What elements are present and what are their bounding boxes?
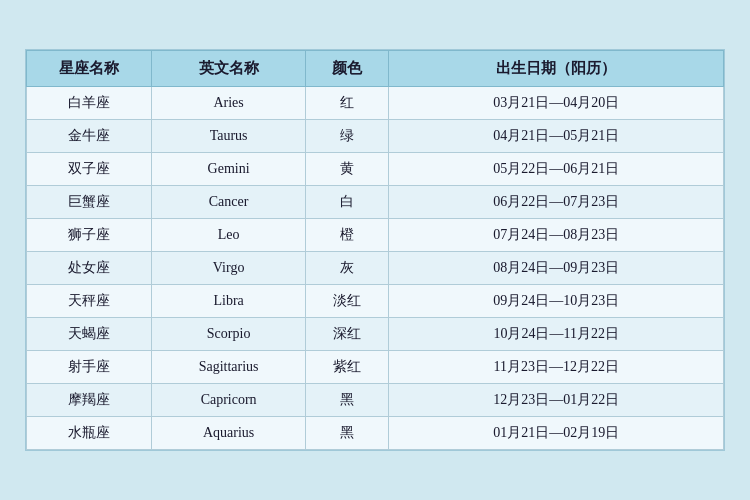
cell-color: 黄 bbox=[305, 153, 389, 186]
header-chinese-name: 星座名称 bbox=[27, 51, 152, 87]
table-row: 金牛座Taurus绿04月21日—05月21日 bbox=[27, 120, 724, 153]
cell-color: 灰 bbox=[305, 252, 389, 285]
cell-color: 白 bbox=[305, 186, 389, 219]
table-row: 天蝎座Scorpio深红10月24日—11月22日 bbox=[27, 318, 724, 351]
cell-date: 05月22日—06月21日 bbox=[389, 153, 724, 186]
cell-english-name: Virgo bbox=[152, 252, 305, 285]
zodiac-table: 星座名称 英文名称 颜色 出生日期（阳历） 白羊座Aries红03月21日—04… bbox=[26, 50, 724, 450]
cell-date: 01月21日—02月19日 bbox=[389, 417, 724, 450]
table-row: 巨蟹座Cancer白06月22日—07月23日 bbox=[27, 186, 724, 219]
cell-chinese-name: 白羊座 bbox=[27, 87, 152, 120]
table-row: 白羊座Aries红03月21日—04月20日 bbox=[27, 87, 724, 120]
cell-chinese-name: 处女座 bbox=[27, 252, 152, 285]
cell-date: 10月24日—11月22日 bbox=[389, 318, 724, 351]
cell-color: 红 bbox=[305, 87, 389, 120]
cell-date: 03月21日—04月20日 bbox=[389, 87, 724, 120]
cell-chinese-name: 摩羯座 bbox=[27, 384, 152, 417]
cell-chinese-name: 射手座 bbox=[27, 351, 152, 384]
cell-color: 橙 bbox=[305, 219, 389, 252]
cell-english-name: Aries bbox=[152, 87, 305, 120]
cell-chinese-name: 水瓶座 bbox=[27, 417, 152, 450]
cell-date: 08月24日—09月23日 bbox=[389, 252, 724, 285]
header-date: 出生日期（阳历） bbox=[389, 51, 724, 87]
table-row: 处女座Virgo灰08月24日—09月23日 bbox=[27, 252, 724, 285]
cell-chinese-name: 天秤座 bbox=[27, 285, 152, 318]
table-header-row: 星座名称 英文名称 颜色 出生日期（阳历） bbox=[27, 51, 724, 87]
cell-date: 09月24日—10月23日 bbox=[389, 285, 724, 318]
table-row: 天秤座Libra淡红09月24日—10月23日 bbox=[27, 285, 724, 318]
cell-date: 12月23日—01月22日 bbox=[389, 384, 724, 417]
cell-english-name: Aquarius bbox=[152, 417, 305, 450]
table-row: 双子座Gemini黄05月22日—06月21日 bbox=[27, 153, 724, 186]
cell-english-name: Sagittarius bbox=[152, 351, 305, 384]
table-row: 水瓶座Aquarius黑01月21日—02月19日 bbox=[27, 417, 724, 450]
table-row: 狮子座Leo橙07月24日—08月23日 bbox=[27, 219, 724, 252]
cell-color: 紫红 bbox=[305, 351, 389, 384]
cell-english-name: Cancer bbox=[152, 186, 305, 219]
cell-date: 11月23日—12月22日 bbox=[389, 351, 724, 384]
zodiac-table-container: 星座名称 英文名称 颜色 出生日期（阳历） 白羊座Aries红03月21日—04… bbox=[25, 49, 725, 451]
cell-english-name: Taurus bbox=[152, 120, 305, 153]
header-color: 颜色 bbox=[305, 51, 389, 87]
cell-date: 04月21日—05月21日 bbox=[389, 120, 724, 153]
cell-chinese-name: 金牛座 bbox=[27, 120, 152, 153]
cell-english-name: Libra bbox=[152, 285, 305, 318]
cell-color: 深红 bbox=[305, 318, 389, 351]
cell-date: 07月24日—08月23日 bbox=[389, 219, 724, 252]
cell-english-name: Leo bbox=[152, 219, 305, 252]
header-english-name: 英文名称 bbox=[152, 51, 305, 87]
cell-english-name: Scorpio bbox=[152, 318, 305, 351]
table-row: 射手座Sagittarius紫红11月23日—12月22日 bbox=[27, 351, 724, 384]
cell-color: 绿 bbox=[305, 120, 389, 153]
cell-chinese-name: 天蝎座 bbox=[27, 318, 152, 351]
table-body: 白羊座Aries红03月21日—04月20日金牛座Taurus绿04月21日—0… bbox=[27, 87, 724, 450]
cell-chinese-name: 巨蟹座 bbox=[27, 186, 152, 219]
cell-color: 黑 bbox=[305, 417, 389, 450]
cell-english-name: Gemini bbox=[152, 153, 305, 186]
cell-english-name: Capricorn bbox=[152, 384, 305, 417]
cell-color: 淡红 bbox=[305, 285, 389, 318]
cell-chinese-name: 双子座 bbox=[27, 153, 152, 186]
cell-color: 黑 bbox=[305, 384, 389, 417]
cell-date: 06月22日—07月23日 bbox=[389, 186, 724, 219]
table-row: 摩羯座Capricorn黑12月23日—01月22日 bbox=[27, 384, 724, 417]
cell-chinese-name: 狮子座 bbox=[27, 219, 152, 252]
